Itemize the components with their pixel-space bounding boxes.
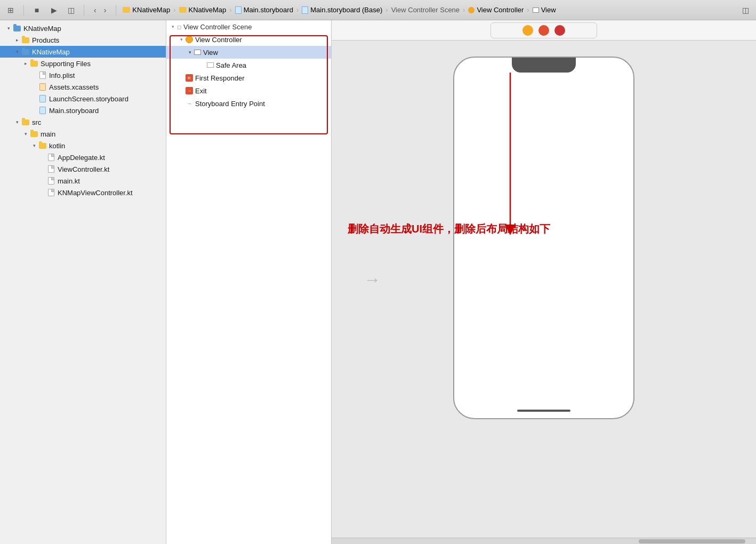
disclosure-main[interactable] [21, 130, 30, 138]
outline-item-first-responder[interactable]: R First Responder [166, 71, 331, 84]
run-schemes-icon[interactable]: ▶ [47, 4, 60, 17]
label-kotlin: kotlin [49, 142, 65, 150]
iphone-mockup [453, 57, 634, 419]
outline-disclosure-view[interactable] [186, 48, 194, 57]
main-toolbar: ⊞ ■ ▶ ◫ ‹ › KNativeMap › KNativeMap › Ma… [0, 0, 756, 20]
outline-safearea-icon [207, 62, 214, 68]
sidebar-item-main-storyboard[interactable]: Main.storyboard [0, 105, 166, 116]
inspector-icon[interactable]: ◫ [739, 4, 752, 17]
iphone-home-bar [517, 410, 570, 412]
annotation-container: 删除自动生成UI组件，删除后布局结构如下 [348, 222, 550, 236]
target-folder-icon [179, 7, 187, 13]
disclosure-src[interactable] [13, 118, 21, 126]
disclosure-knativemap-sub[interactable] [13, 47, 21, 56]
outline-exit-icon: → [186, 87, 193, 94]
storyboard-base-icon [302, 6, 308, 14]
outline-item-storyboard-entry[interactable]: → Storyboard Entry Point [166, 97, 331, 110]
disclosure-knativemap-root[interactable] [4, 24, 13, 33]
folder-supporting-icon [30, 59, 38, 68]
outline-entry-icon: → [186, 100, 193, 107]
outline-label-first-responder: First Responder [195, 74, 244, 82]
disclosure-kotlin[interactable] [30, 141, 38, 150]
sidebar-item-info-plist[interactable]: Info.plist [0, 69, 166, 81]
outline-item-view[interactable]: View [166, 46, 331, 59]
sidebar-item-kotlin[interactable]: kotlin [0, 140, 166, 151]
status-dot-orange [538, 25, 549, 36]
file-knmapviewcontroller-icon [47, 188, 55, 197]
scheme-icon[interactable]: ◫ [65, 4, 77, 17]
label-products: Products [32, 36, 59, 44]
canvas-toolbar [332, 20, 756, 41]
label-main: main [41, 130, 55, 138]
sidebar-item-knativemap-root[interactable]: KNativeMap [0, 22, 166, 34]
outline-label-storyboard-entry: Storyboard Entry Point [195, 100, 265, 108]
sidebar-item-appdelegate[interactable]: AppDelegate.kt [0, 151, 166, 163]
outline-item-safe-area[interactable]: Safe Area [166, 59, 331, 71]
outline-disclosure-vc[interactable] [177, 35, 186, 44]
canvas-scrollbar-thumb[interactable] [639, 539, 745, 543]
label-src: src [32, 118, 41, 126]
canvas-zoom-button[interactable] [490, 22, 597, 38]
main-area: KNativeMap Products KNativeMap Supportin… [0, 20, 756, 544]
label-knativemap-sub: KNativeMap [32, 48, 70, 56]
annotation-text: 删除自动生成UI组件，删除后布局结构如下 [348, 223, 550, 235]
disclosure-supporting[interactable] [21, 59, 30, 68]
status-dot-yellow [522, 25, 533, 36]
file-info-plist-icon [38, 71, 47, 79]
folder-blue-icon [13, 24, 21, 33]
folder-blue-sub-icon [21, 47, 30, 56]
label-appdelegate: AppDelegate.kt [58, 154, 105, 162]
storyboard-breadcrumb: Main.storyboard [244, 6, 293, 14]
folder-main-icon [30, 130, 38, 138]
stop-icon[interactable]: ■ [30, 4, 43, 17]
vc-scene-breadcrumb: View Controller Scene [391, 6, 460, 14]
outline-item-vc-scene[interactable]: ◻ View Controller Scene [166, 20, 331, 33]
sidebar-item-knativemap-sub[interactable]: KNativeMap [0, 46, 166, 58]
disclosure-products[interactable] [13, 36, 21, 44]
sidebar-item-src[interactable]: src [0, 116, 166, 128]
launchscreen-storyboard-icon [38, 94, 47, 103]
outline-panel: ◻ View Controller Scene View Controller … [166, 20, 332, 544]
nav-back-forward: ‹ › [91, 5, 109, 15]
toolbar-separator-3 [116, 5, 116, 15]
outline-item-vc[interactable]: View Controller [166, 33, 331, 46]
vc-breadcrumb: View Controller [477, 6, 524, 14]
outline-disclosure-vc-scene[interactable] [168, 22, 177, 31]
outline-vc-circle-icon [186, 36, 193, 43]
sidebar-item-launchscreen[interactable]: LaunchScreen.storyboard [0, 93, 166, 105]
canvas-content: 删除自动生成UI组件，删除后布局结构如下 → [332, 41, 756, 538]
file-appdelegate-icon [47, 153, 55, 162]
label-knativemap-root: KNativeMap [23, 25, 61, 33]
label-launchscreen: LaunchScreen.storyboard [49, 95, 128, 103]
nav-back-button[interactable]: ‹ [91, 5, 100, 15]
canvas-area: 删除自动生成UI组件，删除后布局结构如下 → [332, 20, 756, 544]
assets-icon [38, 83, 47, 91]
canvas-horizontal-scrollbar[interactable] [332, 538, 756, 544]
project-breadcrumb-name: KNativeMap [132, 6, 170, 14]
entry-point-arrow-container: → [364, 270, 381, 290]
sidebar-item-assets[interactable]: Assets.xcassets [0, 81, 166, 93]
toolbar-separator-2 [84, 5, 84, 15]
label-viewcontroller-kt: ViewController.kt [58, 165, 109, 173]
sidebar-item-products[interactable]: Products [0, 34, 166, 46]
outline-view-icon [194, 50, 201, 55]
outline-item-exit[interactable]: → Exit [166, 84, 331, 97]
sidebar-item-supporting-files[interactable]: Supporting Files [0, 58, 166, 69]
nav-forward-button[interactable]: › [101, 5, 110, 15]
outline-label-vc-scene: View Controller Scene [183, 23, 252, 31]
sidebar-item-main[interactable]: main [0, 128, 166, 140]
file-main-kt-icon [47, 177, 55, 185]
sidebar-item-viewcontroller-kt[interactable]: ViewController.kt [0, 163, 166, 175]
storyboard-icon [235, 6, 242, 14]
label-main-storyboard: Main.storyboard [49, 107, 99, 115]
sidebar-item-knmapviewcontroller[interactable]: KNMapViewController.kt [0, 187, 166, 198]
outline-label-vc: View Controller [195, 36, 242, 44]
view-breadcrumb: View [541, 6, 556, 14]
storyboard-base-breadcrumb: Main.storyboard (Base) [310, 6, 382, 14]
label-info-plist: Info.plist [49, 71, 75, 79]
sidebar-item-main-kt[interactable]: main.kt [0, 175, 166, 187]
iphone-notch [512, 58, 576, 73]
outline-responder-icon: R [186, 74, 193, 82]
entry-arrow-icon: → [364, 270, 381, 289]
folder-yellow-icon [21, 36, 30, 44]
